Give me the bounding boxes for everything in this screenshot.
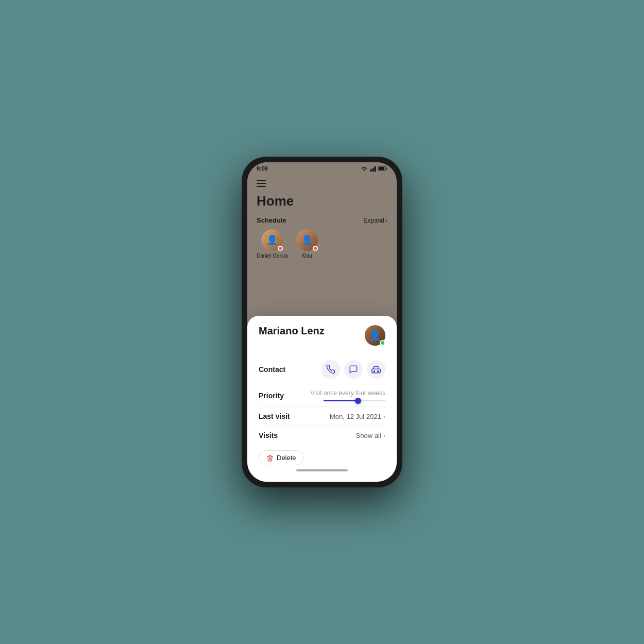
slider-thumb[interactable]	[355, 398, 361, 404]
wifi-icon	[361, 166, 368, 172]
battery-icon	[378, 166, 387, 171]
last-visit-row: Last visit Mon, 12 Jul 2021 ›	[259, 407, 385, 426]
phone-call-button[interactable]	[321, 360, 340, 379]
message-button[interactable]	[344, 360, 363, 379]
priority-label: Priority	[259, 392, 284, 400]
contact-action-icons	[321, 360, 385, 379]
navigate-button[interactable]	[367, 360, 385, 379]
contact-klau[interactable]: 👤 Klau	[296, 229, 318, 259]
status-dot-klau	[313, 246, 318, 251]
visits-label: Visits	[259, 431, 278, 439]
delete-button[interactable]: Delete	[259, 450, 304, 465]
svg-rect-5	[386, 168, 387, 170]
phone-icon	[326, 365, 335, 374]
message-icon	[349, 365, 358, 374]
contact-daniel-name: Daniel Garcia	[257, 253, 288, 259]
hamburger-menu-icon[interactable]	[257, 180, 266, 187]
status-time: 9:08	[257, 165, 268, 172]
priority-row: Priority Visit once every four weeks	[259, 384, 385, 407]
status-dot-daniel	[278, 246, 283, 251]
svg-rect-2	[373, 167, 375, 172]
contact-label: Contact	[259, 365, 285, 374]
delete-label: Delete	[277, 454, 296, 462]
trash-icon	[266, 454, 274, 462]
svg-rect-6	[379, 167, 384, 170]
last-visit-value: Mon, 12 Jul 2021	[330, 413, 381, 420]
svg-rect-7	[372, 369, 381, 373]
visits-value-area[interactable]: Show all ›	[356, 432, 385, 439]
online-indicator	[380, 340, 385, 346]
svg-rect-1	[371, 168, 373, 172]
schedule-header: Schedule Expand ›	[257, 216, 387, 224]
phone-screen: 9:08	[247, 162, 397, 482]
home-indicator	[296, 469, 348, 471]
avatar-klau-wrap: 👤	[296, 229, 318, 251]
home-title: Home	[257, 193, 387, 209]
contacts-row: 👤 Daniel Garcia 👤 Klau	[257, 229, 387, 259]
avatar-daniel-wrap: 👤	[261, 229, 283, 251]
show-all-text: Show all	[356, 432, 381, 439]
contact-klau-name: Klau	[302, 253, 312, 259]
priority-text: Visit once every four weeks	[310, 389, 385, 397]
bottom-sheet: Mariano Lenz 👤 Contact	[247, 316, 397, 482]
status-bar: 9:08	[247, 162, 397, 173]
schedule-label: Schedule	[257, 216, 286, 224]
status-icons	[361, 166, 387, 172]
visits-row: Visits Show all ›	[259, 426, 385, 445]
phone-device: 9:08	[242, 157, 402, 487]
visits-chevron-icon: ›	[383, 432, 385, 439]
priority-controls: Visit once every four weeks	[292, 389, 385, 401]
contact-daniel[interactable]: 👤 Daniel Garcia	[257, 229, 288, 259]
last-visit-chevron-icon: ›	[383, 413, 385, 420]
svg-point-9	[378, 371, 379, 372]
svg-rect-3	[375, 166, 377, 172]
svg-point-8	[374, 371, 375, 372]
last-visit-value-area[interactable]: Mon, 12 Jul 2021 ›	[330, 413, 385, 420]
last-visit-label: Last visit	[259, 412, 290, 420]
expand-button[interactable]: Expand ›	[363, 217, 387, 224]
sheet-header: Mariano Lenz 👤	[259, 325, 385, 346]
contact-row: Contact	[259, 355, 385, 384]
sheet-person-name: Mariano Lenz	[259, 325, 325, 337]
signal-icon	[370, 166, 376, 172]
svg-rect-0	[370, 170, 371, 172]
sheet-avatar[interactable]: 👤	[365, 325, 385, 346]
car-icon	[371, 365, 381, 374]
priority-slider[interactable]	[324, 400, 385, 401]
